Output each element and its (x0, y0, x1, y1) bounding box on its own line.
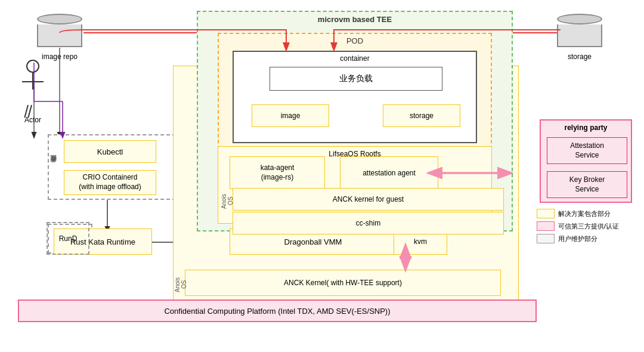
legend-area: 解决方案包含部分 可信第三方提供/认证 用户维护部分 (537, 209, 632, 246)
storage-cylinder: storage (556, 11, 603, 50)
microvm-tee-label: microvm based TEE (318, 15, 392, 24)
relying-party-label: relying party (564, 123, 607, 132)
anck-kernel-host-box: ANCK Kernel( with HW-TEE support) (185, 270, 501, 296)
rund-dashed-border: RunD (47, 222, 89, 255)
diagram-container: image repo storage Actor Kubectl CRIO Co… (0, 0, 644, 352)
actor-head (26, 60, 39, 73)
image-repo-cylinder: image repo (36, 11, 83, 50)
crio-box: CRIO Containerd (with image offload) (64, 170, 156, 195)
pod-label: POD (346, 36, 363, 45)
rund-label: RunD (59, 234, 78, 243)
attestation-service-box: Attestation Service (547, 137, 627, 164)
legend-gray-box (537, 234, 555, 243)
kata-agent-box: kata-agent (image-rs) (230, 156, 325, 189)
actor-figure: Actor (21, 60, 45, 124)
legend-solution: 解决方案包含部分 (537, 209, 632, 218)
legend-yellow-box (537, 209, 555, 218)
legend-pink-box (537, 221, 555, 231)
legend-trusted-label: 可信第三方提供/认证 (558, 222, 619, 231)
legend-solution-label: 解决方案包含部分 (558, 209, 611, 218)
attestation-agent-box: attestation agent (340, 156, 438, 189)
legend-trusted: 可信第三方提供/认证 (537, 221, 632, 231)
business-load-box: 业务负载 (270, 67, 442, 91)
cloud-native-box: Kubectl CRIO Containerd (with image offl… (48, 134, 176, 200)
storage-label: storage (556, 53, 603, 61)
storage-in-container-box: storage (383, 104, 460, 127)
key-broker-service-box: Key Broker Service (547, 171, 627, 198)
actor-label: Actor (24, 116, 41, 124)
confidential-platform-box: Confidential Computing Platform (Intel T… (18, 299, 537, 322)
kubectl-box: Kubectl (64, 140, 156, 163)
legend-user: 用户维护部分 (537, 234, 632, 243)
cc-shim-box: cc-shim (233, 212, 504, 234)
anck-kernel-guest-box: ANCK kernel for guest (233, 188, 504, 211)
container-box: container 业务负载 image storage (233, 51, 477, 143)
cloud-native-label: 云原生套件 (49, 140, 58, 194)
container-label: container (340, 54, 369, 63)
relying-party-box: relying party Attestation Service Key Br… (540, 119, 632, 203)
legend-user-label: 用户维护部分 (558, 234, 597, 243)
image-in-container-box: image (252, 104, 329, 127)
anois-os-label-1: AnoisOS (221, 186, 234, 216)
anois-os-label-2: AnoisOS (174, 270, 187, 299)
